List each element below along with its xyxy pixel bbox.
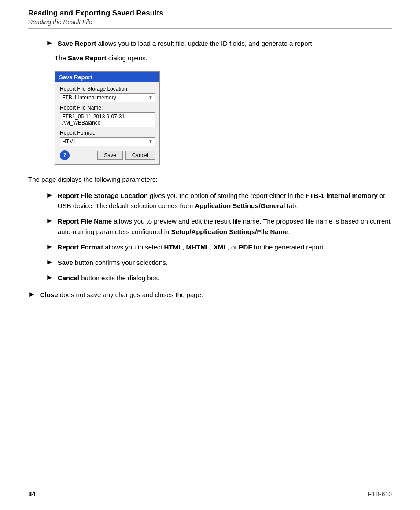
app-settings-bold: Application Settings/General xyxy=(195,202,285,209)
dropdown-arrow-format: ▼ xyxy=(148,139,153,144)
dialog-screenshot-container: Save Report Report File Storage Location… xyxy=(55,71,392,165)
format-dropdown[interactable]: HTML ▼ xyxy=(60,137,155,146)
product-code: FTB-610 xyxy=(368,491,392,498)
help-button[interactable]: ? xyxy=(60,150,70,160)
bullet-storage-location: ► Report File Storage Location gives you… xyxy=(46,191,392,211)
save-report-bold: Save Report xyxy=(58,40,96,47)
dialog-buttons: ? Save Cancel xyxy=(60,150,155,160)
page: Reading and Exporting Saved Results Read… xyxy=(0,0,420,510)
dialog-body: Report File Storage Location: FTB-1 inte… xyxy=(55,82,159,164)
bullet-close: ► Close does not save any changes and cl… xyxy=(28,290,392,300)
bullet-arrow-1: ► xyxy=(46,191,53,200)
save-button[interactable]: Save xyxy=(97,151,122,160)
format-value: HTML xyxy=(62,139,77,145)
bullet-report-format: ► Report Format allows you to select HTM… xyxy=(46,242,392,252)
bullet-arrow-5: ► xyxy=(46,273,53,282)
filename-bold: Report File Name xyxy=(58,217,112,225)
filename-input[interactable]: FTB1_05-11-2013 9-07-31 AM_WBBalance xyxy=(60,112,155,127)
filename-value: FTB1_05-11-2013 9-07-31 AM_WBBalance xyxy=(62,114,125,126)
dialog-intro-bold: Save Report xyxy=(68,54,107,62)
bullet-arrow: ► xyxy=(46,39,53,48)
format-bold: Report Format xyxy=(58,243,103,251)
bullet-cancel: ► Cancel button exits the dialog box. xyxy=(46,273,392,283)
save-report-rest: allows you to load a result file, update… xyxy=(96,40,313,47)
footer: 84 FTB-610 xyxy=(28,488,392,498)
header-divider xyxy=(28,28,392,29)
cancel-button[interactable]: Cancel xyxy=(125,151,155,160)
mhtml-bold: MHTML xyxy=(186,243,210,251)
bullet-storage-text: Report File Storage Location gives you t… xyxy=(58,191,392,211)
page-displays-para: The page displays the following paramete… xyxy=(28,174,392,184)
bullet-save-text: Save button confirms your selections. xyxy=(58,257,392,268)
pdf-bold: PDF xyxy=(239,243,252,251)
dropdown-arrow-storage: ▼ xyxy=(148,95,153,100)
dialog-titlebar: Save Report xyxy=(55,72,159,82)
bullets-container: ► Report File Storage Location gives you… xyxy=(46,191,392,283)
bullet-arrow-4: ► xyxy=(46,258,53,267)
bullet-arrow-2: ► xyxy=(46,216,53,225)
page-number: 84 xyxy=(28,488,55,498)
save-report-text: Save Report allows you to load a result … xyxy=(58,38,392,48)
save-bold: Save xyxy=(58,259,73,266)
filename-label: Report File Name: xyxy=(60,105,155,111)
close-bold: Close xyxy=(40,291,58,298)
format-label: Report Format: xyxy=(60,130,155,136)
xml-bold: XML xyxy=(214,243,228,251)
storage-bold: Report File Storage Location xyxy=(58,192,148,199)
dialog-intro-text: The xyxy=(55,54,68,62)
cancel-bold: Cancel xyxy=(58,274,79,282)
dialog-intro-para: The Save Report dialog opens. xyxy=(55,53,392,63)
setup-bold: Setup/Application Settings/File Name xyxy=(171,228,288,235)
ftb1-bold: FTB-1 internal memory xyxy=(306,192,377,199)
main-content: ► Save Report allows you to load a resul… xyxy=(28,38,392,300)
storage-label: Report File Storage Location: xyxy=(60,86,155,92)
chapter-title: Reading and Exporting Saved Results xyxy=(28,9,392,18)
bullet-filename-text: Report File Name allows you to preview a… xyxy=(58,216,392,237)
bullet-format-text: Report Format allows you to select HTML,… xyxy=(58,242,392,252)
bullet-close-text: Close does not save any changes and clos… xyxy=(40,290,392,300)
bullet-arrow-3: ► xyxy=(46,242,53,251)
bullet-save: ► Save button confirms your selections. xyxy=(46,257,392,268)
storage-value: FTB-1 internal memory xyxy=(62,95,116,101)
bullet-cancel-text: Cancel button exits the dialog box. xyxy=(58,273,392,283)
dialog-intro-suffix: dialog opens. xyxy=(107,54,147,62)
bullet-file-name: ► Report File Name allows you to preview… xyxy=(46,216,392,237)
section-subtitle: Reading the Result File xyxy=(28,18,392,26)
bullet-arrow-close: ► xyxy=(28,290,36,299)
save-report-bullet: ► Save Report allows you to load a resul… xyxy=(46,38,392,48)
storage-dropdown[interactable]: FTB-1 internal memory ▼ xyxy=(60,93,155,102)
save-report-dialog: Save Report Report File Storage Location… xyxy=(55,71,160,165)
html-bold: HTML xyxy=(164,243,183,251)
